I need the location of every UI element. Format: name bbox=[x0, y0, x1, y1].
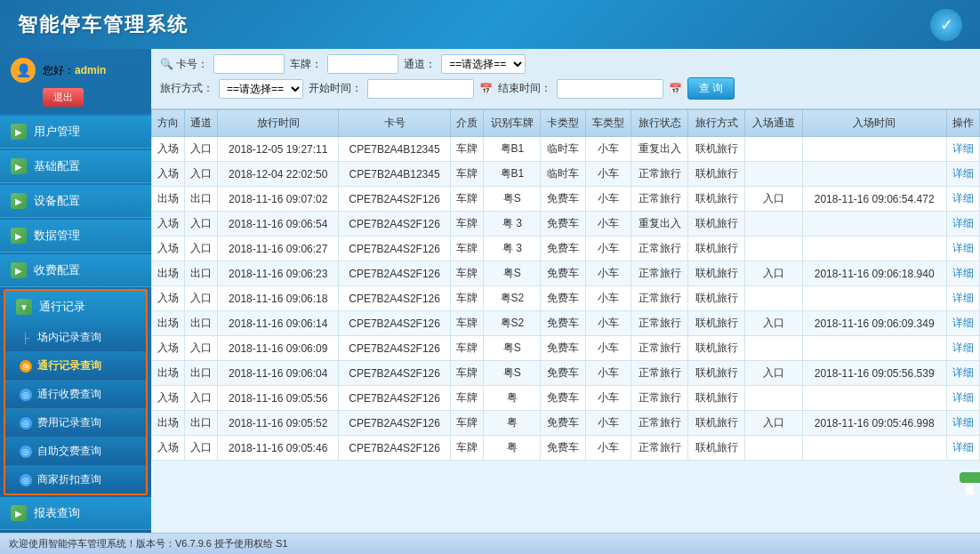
search-row-2: 旅行方式： ==请选择== 开始时间： 📅 结束时间： 📅 查 询 bbox=[160, 77, 971, 100]
pay-icon: ◎ bbox=[20, 446, 32, 458]
header: 智能停车管理系统 ✓ bbox=[0, 0, 980, 49]
table-header-row: 方向 通道 放行时间 卡号 介质 识别车牌 卡类型 车类型 旅行状态 旅行方式 … bbox=[152, 110, 980, 137]
sidebar-item-venue-records[interactable]: ├ 场内记录查询 bbox=[5, 323, 146, 351]
sub-label: 通行收费查询 bbox=[37, 387, 101, 402]
detail-link[interactable]: 详细 bbox=[952, 217, 974, 229]
col-entry-time: 入场时间 bbox=[802, 110, 946, 137]
fee-icon: ◎ bbox=[20, 389, 32, 401]
nav-label: 用户管理 bbox=[34, 124, 80, 140]
table-row: 出场出口2018-11-16 09:06:14CPE7B2A4S2F126车牌粤… bbox=[152, 311, 980, 336]
logout-button[interactable]: 退出 bbox=[43, 88, 84, 107]
fee-record-icon: ◎ bbox=[20, 417, 32, 430]
col-time: 放行时间 bbox=[218, 110, 339, 137]
sub-label: 费用记录查询 bbox=[37, 415, 101, 430]
group-label: 通行记录 bbox=[39, 299, 85, 315]
query-button[interactable]: 查 询 bbox=[687, 77, 735, 100]
col-plate: 识别车牌 bbox=[484, 110, 541, 137]
col-travel-status: 旅行状态 bbox=[631, 110, 687, 137]
nav-group-header[interactable]: ▼ 通行记录 bbox=[5, 291, 146, 323]
nav-label: 基础配置 bbox=[34, 158, 80, 174]
col-media: 介质 bbox=[451, 110, 484, 137]
table-row: 出场出口2018-11-16 09:05:52CPE7B2A4S2F126车牌粤… bbox=[152, 411, 980, 436]
tree-icon: ├ bbox=[20, 332, 32, 344]
search-row-1: 🔍 卡号： 车牌： 通道： ==请选择== bbox=[160, 54, 971, 74]
channel-label: 通道： bbox=[404, 57, 436, 72]
start-time-input[interactable] bbox=[367, 79, 474, 99]
col-op: 操作 bbox=[946, 110, 979, 137]
sidebar-item-report-query[interactable]: ▶ 报表查询 bbox=[0, 497, 151, 530]
plate-input[interactable] bbox=[327, 54, 398, 74]
detail-link[interactable]: 详细 bbox=[952, 167, 974, 180]
float-btn[interactable]: 五笔拼音 bbox=[960, 472, 980, 483]
sub-label: 自助交费查询 bbox=[37, 444, 101, 459]
search-bar: 🔍 卡号： 车牌： 通道： ==请选择== 旅行方式： ==请选择== 开始时间… bbox=[151, 49, 980, 109]
record-icon: ◎ bbox=[20, 360, 32, 373]
end-calendar-icon[interactable]: 📅 bbox=[669, 83, 682, 95]
detail-link[interactable]: 详细 bbox=[952, 267, 974, 279]
sidebar-item-travel-fee-query[interactable]: ◎ 通行收费查询 bbox=[5, 380, 146, 408]
sidebar-item-data-management[interactable]: ▶ 数据管理 bbox=[0, 220, 151, 253]
travel-select[interactable]: ==请选择== bbox=[219, 79, 303, 99]
table-row: 入场入口2018-11-16 09:05:56CPE7B2A4S2F126车牌粤… bbox=[152, 386, 980, 411]
detail-link[interactable]: 详细 bbox=[952, 292, 974, 304]
sidebar-item-fee-records-query[interactable]: ◎ 费用记录查询 bbox=[5, 408, 146, 437]
sub-label: 商家折扣查询 bbox=[37, 472, 101, 487]
chevron-down-icon: ▼ bbox=[16, 299, 32, 315]
table-row: 入场入口2018-12-05 19:27:11CPE7B2A4B12345车牌粤… bbox=[152, 137, 980, 162]
status-text: 欢迎使用智能停车管理系统！版本号：V6.7.9.6 授予使用权给 S1 bbox=[9, 537, 288, 550]
detail-link[interactable]: 详细 bbox=[952, 142, 974, 155]
discount-icon: ◎ bbox=[20, 474, 32, 486]
card-input[interactable] bbox=[213, 54, 285, 74]
detail-link[interactable]: 详细 bbox=[952, 441, 974, 454]
plate-label: 车牌： bbox=[290, 57, 322, 72]
arrow-icon: ▶ bbox=[11, 228, 27, 244]
table-container: 方向 通道 放行时间 卡号 介质 识别车牌 卡类型 车类型 旅行状态 旅行方式 … bbox=[151, 109, 980, 533]
detail-link[interactable]: 详细 bbox=[952, 366, 974, 379]
travel-label: 旅行方式： bbox=[160, 81, 213, 96]
main-layout: 👤 您好：admin 退出 ▶ 用户管理 ▶ 基础配置 ▶ 设备配置 ▶ 数据管… bbox=[0, 49, 980, 533]
col-direction: 方向 bbox=[152, 110, 185, 137]
sidebar-item-self-pay-query[interactable]: ◎ 自助交费查询 bbox=[5, 437, 146, 465]
col-travel-mode: 旅行方式 bbox=[688, 110, 745, 137]
col-car-type: 车类型 bbox=[586, 110, 631, 137]
detail-link[interactable]: 详细 bbox=[952, 242, 974, 254]
avatar: 👤 bbox=[11, 58, 36, 83]
sidebar-item-basic-config[interactable]: ▶ 基础配置 bbox=[0, 150, 151, 183]
sidebar-item-travel-records-query[interactable]: ◎ 通行记录查询 bbox=[5, 351, 146, 380]
status-bar: 欢迎使用智能停车管理系统！版本号：V6.7.9.6 授予使用权给 S1 bbox=[0, 533, 980, 554]
detail-link[interactable]: 详细 bbox=[952, 192, 974, 205]
detail-link[interactable]: 详细 bbox=[952, 317, 974, 329]
user-info: 👤 您好：admin bbox=[11, 58, 141, 83]
start-calendar-icon[interactable]: 📅 bbox=[479, 83, 493, 95]
table-row: 入场入口2018-12-04 22:02:50CPE7B2A4B12345车牌粤… bbox=[152, 162, 980, 187]
table-row: 入场入口2018-11-16 09:06:54CPE7B2A4S2F126车牌粤… bbox=[152, 212, 980, 237]
data-table: 方向 通道 放行时间 卡号 介质 识别车牌 卡类型 车类型 旅行状态 旅行方式 … bbox=[151, 109, 980, 461]
table-row: 入场入口2018-11-16 09:06:27CPE7B2A4S2F126车牌粤… bbox=[152, 237, 980, 261]
channel-select[interactable]: ==请选择== bbox=[441, 54, 526, 74]
table-row: 入场入口2018-11-16 09:05:46CPE7B2A4S2F126车牌粤… bbox=[152, 436, 980, 461]
table-row: 出场出口2018-11-16 09:06:04CPE7B2A4S2F126车牌粤… bbox=[152, 361, 980, 386]
sidebar-item-merchant-discount-query[interactable]: ◎ 商家折扣查询 bbox=[5, 465, 146, 494]
arrow-icon: ▶ bbox=[11, 193, 27, 209]
sidebar-item-device-config[interactable]: ▶ 设备配置 bbox=[0, 185, 151, 218]
sidebar-item-user-management[interactable]: ▶ 用户管理 bbox=[0, 116, 151, 149]
detail-link[interactable]: 详细 bbox=[952, 391, 974, 404]
col-entry-channel: 入场通道 bbox=[745, 110, 802, 137]
nav-label: 数据管理 bbox=[34, 228, 80, 244]
arrow-icon: ▶ bbox=[11, 505, 27, 521]
detail-link[interactable]: 详细 bbox=[952, 416, 974, 429]
nav-label: 报表查询 bbox=[34, 505, 80, 521]
nav-group-travel-records: ▼ 通行记录 ├ 场内记录查询 ◎ 通行记录查询 ◎ 通行收费查询 ◎ 费用记录… bbox=[4, 289, 148, 495]
detail-link[interactable]: 详细 bbox=[952, 341, 974, 354]
col-channel: 通道 bbox=[185, 110, 218, 137]
end-time-input[interactable] bbox=[557, 79, 663, 99]
nav-label: 收费配置 bbox=[34, 262, 80, 278]
col-card: 卡号 bbox=[339, 110, 451, 137]
username: admin bbox=[75, 64, 106, 76]
sidebar-item-fee-config[interactable]: ▶ 收费配置 bbox=[0, 254, 151, 287]
arrow-icon: ▶ bbox=[11, 262, 27, 278]
table-row: 入场入口2018-11-16 09:06:18CPE7B2A4S2F126车牌粤… bbox=[152, 286, 980, 311]
app-title: 智能停车管理系统 bbox=[18, 12, 189, 38]
arrow-icon: ▶ bbox=[11, 158, 27, 174]
start-time-label: 开始时间： bbox=[309, 81, 362, 96]
